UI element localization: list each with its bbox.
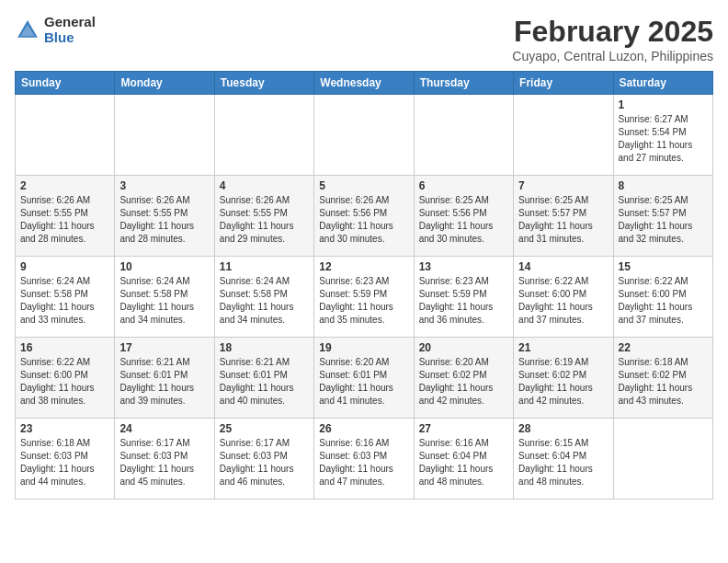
weekday-header-saturday: Saturday (613, 72, 712, 95)
day-number: 12 (319, 260, 408, 273)
calendar-cell: 8Sunrise: 6:25 AM Sunset: 5:57 PM Daylig… (613, 176, 712, 257)
cell-info: Sunrise: 6:15 AM Sunset: 6:04 PM Dayligh… (518, 437, 608, 488)
calendar-cell: 22Sunrise: 6:18 AM Sunset: 6:02 PM Dayli… (613, 338, 712, 419)
calendar-cell (16, 95, 115, 176)
cell-info: Sunrise: 6:22 AM Sunset: 6:00 PM Dayligh… (518, 275, 608, 327)
week-row-4: 16Sunrise: 6:22 AM Sunset: 6:00 PM Dayli… (16, 338, 713, 419)
calendar-cell (414, 95, 513, 176)
cell-info: Sunrise: 6:20 AM Sunset: 6:01 PM Dayligh… (319, 356, 408, 408)
cell-info: Sunrise: 6:26 AM Sunset: 5:55 PM Dayligh… (220, 194, 309, 246)
calendar-cell (214, 95, 313, 176)
cell-info: Sunrise: 6:18 AM Sunset: 6:03 PM Dayligh… (20, 437, 109, 488)
calendar-cell: 4Sunrise: 6:26 AM Sunset: 5:55 PM Daylig… (214, 176, 313, 257)
calendar-cell: 5Sunrise: 6:26 AM Sunset: 5:56 PM Daylig… (314, 176, 414, 257)
cell-info: Sunrise: 6:26 AM Sunset: 5:56 PM Dayligh… (319, 194, 408, 246)
calendar-cell: 19Sunrise: 6:20 AM Sunset: 6:01 PM Dayli… (314, 338, 414, 419)
day-number: 25 (220, 422, 309, 435)
calendar-cell: 13Sunrise: 6:23 AM Sunset: 5:59 PM Dayli… (414, 257, 513, 338)
cell-info: Sunrise: 6:17 AM Sunset: 6:03 PM Dayligh… (119, 437, 209, 488)
day-number: 21 (518, 341, 608, 354)
day-number: 1 (619, 98, 708, 111)
week-row-5: 23Sunrise: 6:18 AM Sunset: 6:03 PM Dayli… (16, 419, 713, 500)
calendar-cell (613, 419, 712, 500)
day-number: 17 (119, 341, 209, 354)
calendar-cell (314, 95, 414, 176)
logo-icon (15, 17, 40, 43)
day-number: 2 (20, 179, 109, 192)
day-number: 14 (518, 260, 608, 273)
cell-info: Sunrise: 6:22 AM Sunset: 6:00 PM Dayligh… (20, 356, 109, 408)
cell-info: Sunrise: 6:21 AM Sunset: 6:01 PM Dayligh… (220, 356, 309, 408)
cell-info: Sunrise: 6:24 AM Sunset: 5:58 PM Dayligh… (119, 275, 209, 327)
cell-info: Sunrise: 6:25 AM Sunset: 5:57 PM Dayligh… (518, 194, 608, 246)
week-row-3: 9Sunrise: 6:24 AM Sunset: 5:58 PM Daylig… (16, 257, 713, 338)
cell-info: Sunrise: 6:19 AM Sunset: 6:02 PM Dayligh… (518, 356, 608, 408)
weekday-header-friday: Friday (514, 72, 613, 95)
cell-info: Sunrise: 6:17 AM Sunset: 6:03 PM Dayligh… (220, 437, 309, 488)
cell-info: Sunrise: 6:24 AM Sunset: 5:58 PM Dayligh… (220, 275, 309, 327)
location: Cuyapo, Central Luzon, Philippines (512, 49, 713, 63)
weekday-header-tuesday: Tuesday (214, 72, 313, 95)
logo-blue-text: Blue (44, 30, 96, 46)
calendar-cell: 21Sunrise: 6:19 AM Sunset: 6:02 PM Dayli… (514, 338, 613, 419)
week-row-1: 1Sunrise: 6:27 AM Sunset: 5:54 PM Daylig… (16, 95, 713, 176)
calendar-cell: 18Sunrise: 6:21 AM Sunset: 6:01 PM Dayli… (214, 338, 313, 419)
day-number: 19 (319, 341, 408, 354)
week-row-2: 2Sunrise: 6:26 AM Sunset: 5:55 PM Daylig… (16, 176, 713, 257)
calendar-cell (115, 95, 214, 176)
day-number: 20 (419, 341, 508, 354)
cell-info: Sunrise: 6:21 AM Sunset: 6:01 PM Dayligh… (119, 356, 209, 408)
cell-info: Sunrise: 6:27 AM Sunset: 5:54 PM Dayligh… (619, 113, 708, 165)
calendar-cell: 26Sunrise: 6:16 AM Sunset: 6:03 PM Dayli… (314, 419, 414, 500)
calendar-cell: 23Sunrise: 6:18 AM Sunset: 6:03 PM Dayli… (16, 419, 115, 500)
day-number: 15 (619, 260, 708, 273)
calendar-cell: 27Sunrise: 6:16 AM Sunset: 6:04 PM Dayli… (414, 419, 513, 500)
calendar-cell: 7Sunrise: 6:25 AM Sunset: 5:57 PM Daylig… (514, 176, 613, 257)
day-number: 13 (419, 260, 508, 273)
calendar-cell: 3Sunrise: 6:26 AM Sunset: 5:55 PM Daylig… (115, 176, 214, 257)
day-number: 4 (220, 179, 309, 192)
cell-info: Sunrise: 6:20 AM Sunset: 6:02 PM Dayligh… (419, 356, 508, 408)
day-number: 10 (119, 260, 209, 273)
cell-info: Sunrise: 6:24 AM Sunset: 5:58 PM Dayligh… (20, 275, 109, 327)
day-number: 3 (119, 179, 209, 192)
weekday-header-row: SundayMondayTuesdayWednesdayThursdayFrid… (16, 72, 713, 95)
cell-info: Sunrise: 6:16 AM Sunset: 6:04 PM Dayligh… (419, 437, 508, 488)
day-number: 18 (220, 341, 309, 354)
calendar-cell (514, 95, 613, 176)
day-number: 28 (518, 422, 608, 435)
calendar-cell: 6Sunrise: 6:25 AM Sunset: 5:56 PM Daylig… (414, 176, 513, 257)
day-number: 7 (518, 179, 608, 192)
cell-info: Sunrise: 6:16 AM Sunset: 6:03 PM Dayligh… (319, 437, 408, 488)
day-number: 26 (319, 422, 408, 435)
cell-info: Sunrise: 6:26 AM Sunset: 5:55 PM Dayligh… (119, 194, 209, 246)
day-number: 8 (619, 179, 708, 192)
title-block: February 2025 Cuyapo, Central Luzon, Phi… (512, 15, 713, 63)
cell-info: Sunrise: 6:23 AM Sunset: 5:59 PM Dayligh… (419, 275, 508, 327)
page-header: General Blue February 2025 Cuyapo, Centr… (15, 15, 713, 63)
calendar-cell: 15Sunrise: 6:22 AM Sunset: 6:00 PM Dayli… (613, 257, 712, 338)
weekday-header-thursday: Thursday (414, 72, 513, 95)
day-number: 9 (20, 260, 109, 273)
calendar-cell: 2Sunrise: 6:26 AM Sunset: 5:55 PM Daylig… (16, 176, 115, 257)
calendar-cell: 10Sunrise: 6:24 AM Sunset: 5:58 PM Dayli… (115, 257, 214, 338)
calendar-table: SundayMondayTuesdayWednesdayThursdayFrid… (15, 71, 713, 500)
cell-info: Sunrise: 6:26 AM Sunset: 5:55 PM Dayligh… (20, 194, 109, 246)
day-number: 24 (119, 422, 209, 435)
calendar-cell: 12Sunrise: 6:23 AM Sunset: 5:59 PM Dayli… (314, 257, 414, 338)
weekday-header-wednesday: Wednesday (314, 72, 414, 95)
calendar-cell: 25Sunrise: 6:17 AM Sunset: 6:03 PM Dayli… (214, 419, 313, 500)
logo-general-text: General (44, 15, 96, 30)
logo-text: General Blue (44, 15, 96, 45)
day-number: 5 (319, 179, 408, 192)
day-number: 16 (20, 341, 109, 354)
cell-info: Sunrise: 6:25 AM Sunset: 5:57 PM Dayligh… (619, 194, 708, 246)
calendar-cell: 9Sunrise: 6:24 AM Sunset: 5:58 PM Daylig… (16, 257, 115, 338)
month-title: February 2025 (512, 15, 713, 49)
cell-info: Sunrise: 6:25 AM Sunset: 5:56 PM Dayligh… (419, 194, 508, 246)
calendar-cell: 16Sunrise: 6:22 AM Sunset: 6:00 PM Dayli… (16, 338, 115, 419)
day-number: 27 (419, 422, 508, 435)
day-number: 22 (619, 341, 708, 354)
logo: General Blue (15, 15, 96, 45)
weekday-header-sunday: Sunday (16, 72, 115, 95)
